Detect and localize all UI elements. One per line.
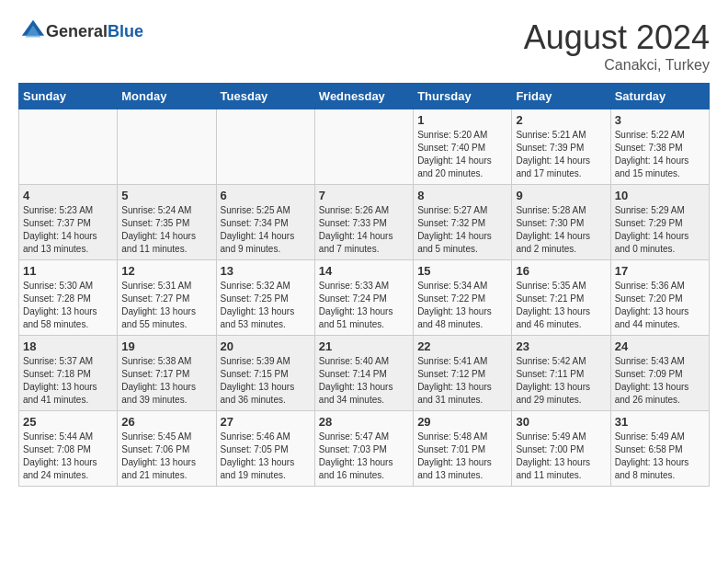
table-row: 7Sunrise: 5:26 AMSunset: 7:33 PMDaylight… xyxy=(314,185,413,260)
day-number: 8 xyxy=(417,189,507,202)
day-number: 5 xyxy=(121,189,211,202)
day-number: 30 xyxy=(516,415,606,429)
logo-icon xyxy=(20,18,46,44)
day-info: Sunrise: 5:47 AMSunset: 7:03 PMDaylight:… xyxy=(319,431,409,482)
table-row: 25Sunrise: 5:44 AMSunset: 7:08 PMDayligh… xyxy=(19,411,118,487)
day-info: Sunrise: 5:29 AMSunset: 7:29 PMDaylight:… xyxy=(615,204,705,256)
day-number: 21 xyxy=(319,339,409,353)
day-info: Sunrise: 5:44 AMSunset: 7:08 PMDaylight:… xyxy=(23,431,113,482)
table-row: 18Sunrise: 5:37 AMSunset: 7:18 PMDayligh… xyxy=(19,336,118,411)
day-number: 3 xyxy=(615,113,705,127)
day-number: 23 xyxy=(516,339,606,353)
table-row: 15Sunrise: 5:34 AMSunset: 7:22 PMDayligh… xyxy=(414,260,512,336)
table-row: 17Sunrise: 5:36 AMSunset: 7:20 PMDayligh… xyxy=(610,260,709,336)
table-row: 29Sunrise: 5:48 AMSunset: 7:01 PMDayligh… xyxy=(414,411,512,487)
day-info: Sunrise: 5:24 AMSunset: 7:35 PMDaylight:… xyxy=(121,204,211,256)
day-number: 4 xyxy=(23,189,113,202)
calendar-week-row: 18Sunrise: 5:37 AMSunset: 7:18 PMDayligh… xyxy=(19,336,710,411)
day-info: Sunrise: 5:26 AMSunset: 7:33 PMDaylight:… xyxy=(319,204,409,256)
table-row: 4Sunrise: 5:23 AMSunset: 7:37 PMDaylight… xyxy=(19,185,118,260)
day-number: 29 xyxy=(417,415,507,429)
calendar-week-row: 11Sunrise: 5:30 AMSunset: 7:28 PMDayligh… xyxy=(19,260,710,336)
day-number: 31 xyxy=(615,415,705,429)
table-row: 6Sunrise: 5:25 AMSunset: 7:34 PMDaylight… xyxy=(216,185,314,260)
day-info: Sunrise: 5:45 AMSunset: 7:06 PMDaylight:… xyxy=(121,431,211,482)
day-number: 10 xyxy=(615,189,705,202)
table-row xyxy=(19,109,118,185)
day-info: Sunrise: 5:32 AMSunset: 7:25 PMDaylight:… xyxy=(221,280,311,331)
day-number: 27 xyxy=(221,415,311,429)
day-info: Sunrise: 5:39 AMSunset: 7:15 PMDaylight:… xyxy=(221,355,311,407)
table-row: 21Sunrise: 5:40 AMSunset: 7:14 PMDayligh… xyxy=(314,336,413,411)
day-number: 26 xyxy=(121,415,211,429)
table-row: 19Sunrise: 5:38 AMSunset: 7:17 PMDayligh… xyxy=(118,336,216,411)
title-area: August 2024 Canakci, Turkey xyxy=(524,18,710,74)
table-row: 9Sunrise: 5:28 AMSunset: 7:30 PMDaylight… xyxy=(512,185,610,260)
day-info: Sunrise: 5:28 AMSunset: 7:30 PMDaylight:… xyxy=(516,204,606,256)
day-info: Sunrise: 5:34 AMSunset: 7:22 PMDaylight:… xyxy=(417,280,507,331)
day-number: 15 xyxy=(417,264,507,278)
table-row: 30Sunrise: 5:49 AMSunset: 7:00 PMDayligh… xyxy=(512,411,610,487)
col-saturday: Saturday xyxy=(610,84,709,109)
col-tuesday: Tuesday xyxy=(216,84,314,109)
calendar-table: Sunday Monday Tuesday Wednesday Thursday… xyxy=(18,83,710,487)
day-info: Sunrise: 5:33 AMSunset: 7:24 PMDaylight:… xyxy=(319,280,409,331)
day-info: Sunrise: 5:20 AMSunset: 7:40 PMDaylight:… xyxy=(417,129,507,180)
table-row: 10Sunrise: 5:29 AMSunset: 7:29 PMDayligh… xyxy=(610,185,709,260)
day-info: Sunrise: 5:49 AMSunset: 7:00 PMDaylight:… xyxy=(516,431,606,482)
table-row: 20Sunrise: 5:39 AMSunset: 7:15 PMDayligh… xyxy=(216,336,314,411)
day-info: Sunrise: 5:35 AMSunset: 7:21 PMDaylight:… xyxy=(516,280,606,331)
day-info: Sunrise: 5:38 AMSunset: 7:17 PMDaylight:… xyxy=(121,355,211,407)
table-row: 8Sunrise: 5:27 AMSunset: 7:32 PMDaylight… xyxy=(414,185,512,260)
day-number: 22 xyxy=(417,339,507,353)
day-number: 11 xyxy=(23,264,113,278)
day-info: Sunrise: 5:22 AMSunset: 7:38 PMDaylight:… xyxy=(615,129,705,180)
col-thursday: Thursday xyxy=(414,84,512,109)
month-year-title: August 2024 xyxy=(524,18,710,57)
table-row: 2Sunrise: 5:21 AMSunset: 7:39 PMDaylight… xyxy=(512,109,610,185)
day-number: 9 xyxy=(516,189,606,202)
table-row: 14Sunrise: 5:33 AMSunset: 7:24 PMDayligh… xyxy=(314,260,413,336)
table-row: 24Sunrise: 5:43 AMSunset: 7:09 PMDayligh… xyxy=(610,336,709,411)
day-info: Sunrise: 5:36 AMSunset: 7:20 PMDaylight:… xyxy=(615,280,705,331)
table-row: 27Sunrise: 5:46 AMSunset: 7:05 PMDayligh… xyxy=(216,411,314,487)
day-info: Sunrise: 5:48 AMSunset: 7:01 PMDaylight:… xyxy=(417,431,507,482)
table-row: 23Sunrise: 5:42 AMSunset: 7:11 PMDayligh… xyxy=(512,336,610,411)
col-sunday: Sunday xyxy=(19,84,118,109)
table-row: 3Sunrise: 5:22 AMSunset: 7:38 PMDaylight… xyxy=(610,109,709,185)
day-number: 28 xyxy=(319,415,409,429)
calendar-week-row: 1Sunrise: 5:20 AMSunset: 7:40 PMDaylight… xyxy=(19,109,710,185)
page-header: GeneralBlue August 2024 Canakci, Turkey xyxy=(18,18,710,74)
day-info: Sunrise: 5:42 AMSunset: 7:11 PMDaylight:… xyxy=(516,355,606,407)
table-row: 11Sunrise: 5:30 AMSunset: 7:28 PMDayligh… xyxy=(19,260,118,336)
table-row: 16Sunrise: 5:35 AMSunset: 7:21 PMDayligh… xyxy=(512,260,610,336)
table-row: 1Sunrise: 5:20 AMSunset: 7:40 PMDaylight… xyxy=(414,109,512,185)
day-info: Sunrise: 5:49 AMSunset: 6:58 PMDaylight:… xyxy=(615,431,705,482)
day-number: 7 xyxy=(319,189,409,202)
day-number: 6 xyxy=(221,189,311,202)
calendar-week-row: 4Sunrise: 5:23 AMSunset: 7:37 PMDaylight… xyxy=(19,185,710,260)
day-number: 25 xyxy=(23,415,113,429)
col-wednesday: Wednesday xyxy=(314,84,413,109)
table-row: 13Sunrise: 5:32 AMSunset: 7:25 PMDayligh… xyxy=(216,260,314,336)
day-info: Sunrise: 5:37 AMSunset: 7:18 PMDaylight:… xyxy=(23,355,113,407)
table-row: 22Sunrise: 5:41 AMSunset: 7:12 PMDayligh… xyxy=(414,336,512,411)
table-row xyxy=(216,109,314,185)
table-row: 5Sunrise: 5:24 AMSunset: 7:35 PMDaylight… xyxy=(118,185,216,260)
day-info: Sunrise: 5:40 AMSunset: 7:14 PMDaylight:… xyxy=(319,355,409,407)
day-number: 2 xyxy=(516,113,606,127)
day-number: 20 xyxy=(221,339,311,353)
day-number: 18 xyxy=(23,339,113,353)
day-number: 24 xyxy=(615,339,705,353)
table-row xyxy=(118,109,216,185)
day-number: 17 xyxy=(615,264,705,278)
day-info: Sunrise: 5:27 AMSunset: 7:32 PMDaylight:… xyxy=(417,204,507,256)
table-row: 26Sunrise: 5:45 AMSunset: 7:06 PMDayligh… xyxy=(118,411,216,487)
day-number: 1 xyxy=(417,113,507,127)
calendar-header-row: Sunday Monday Tuesday Wednesday Thursday… xyxy=(19,84,710,109)
day-info: Sunrise: 5:30 AMSunset: 7:28 PMDaylight:… xyxy=(23,280,113,331)
col-monday: Monday xyxy=(118,84,216,109)
day-info: Sunrise: 5:25 AMSunset: 7:34 PMDaylight:… xyxy=(221,204,311,256)
day-info: Sunrise: 5:21 AMSunset: 7:39 PMDaylight:… xyxy=(516,129,606,180)
logo-blue: Blue xyxy=(108,22,143,40)
